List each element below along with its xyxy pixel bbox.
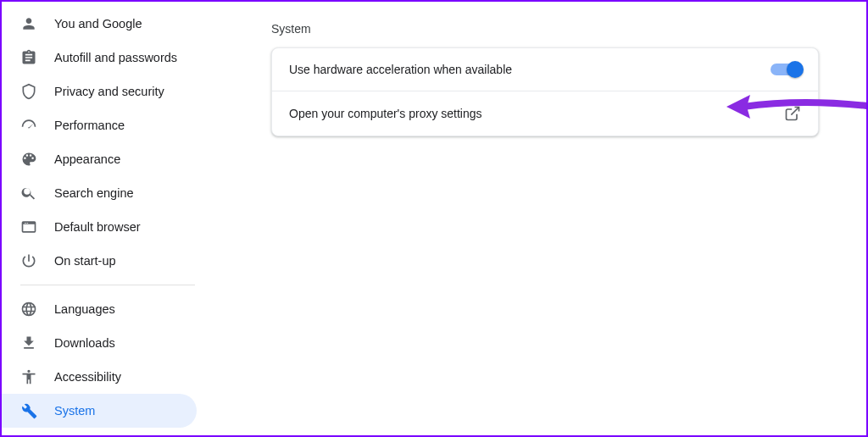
sidebar-item-search-engine[interactable]: Search engine <box>2 176 197 210</box>
sidebar-item-label: Default browser <box>54 220 141 234</box>
sidebar-item-label: You and Google <box>54 17 142 30</box>
sidebar-item-privacy[interactable]: Privacy and security <box>2 75 197 108</box>
browser-icon <box>20 218 37 235</box>
download-icon <box>20 335 37 351</box>
power-icon <box>20 252 37 269</box>
wrench-icon <box>20 402 37 419</box>
main-content: System Use hardware acceleration when av… <box>214 2 866 435</box>
row-label: Open your computer's proxy settings <box>289 107 482 120</box>
sidebar-item-languages[interactable]: Languages <box>2 292 197 326</box>
sidebar-item-on-startup[interactable]: On start-up <box>2 244 197 278</box>
proxy-settings-row[interactable]: Open your computer's proxy settings <box>272 91 818 136</box>
palette-icon <box>20 151 37 168</box>
sidebar-divider <box>20 285 195 285</box>
sidebar-item-label: System <box>54 404 95 418</box>
sidebar-item-accessibility[interactable]: Accessibility <box>2 360 197 394</box>
toggle-knob <box>787 61 804 78</box>
shield-icon <box>20 83 37 100</box>
clipboard-icon <box>20 49 37 66</box>
sidebar-item-label: On start-up <box>54 254 116 268</box>
sidebar-item-autofill[interactable]: Autofill and passwords <box>2 41 197 75</box>
sidebar-item-you-and-google[interactable]: You and Google <box>2 7 197 41</box>
search-icon <box>20 185 37 202</box>
settings-sidebar: You and Google Autofill and passwords Pr… <box>2 2 214 435</box>
sidebar-item-performance[interactable]: Performance <box>2 108 197 142</box>
sidebar-item-default-browser[interactable]: Default browser <box>2 210 197 244</box>
sidebar-item-label: Privacy and security <box>54 85 164 98</box>
sidebar-item-reset[interactable]: Reset settings <box>2 428 197 435</box>
system-settings-card: Use hardware acceleration when available… <box>271 47 819 136</box>
speed-icon <box>20 117 37 134</box>
row-label: Use hardware acceleration when available <box>289 63 512 76</box>
sidebar-item-appearance[interactable]: Appearance <box>2 142 197 176</box>
external-link-icon <box>784 105 801 122</box>
sidebar-item-downloads[interactable]: Downloads <box>2 326 197 360</box>
accessibility-icon <box>20 368 37 385</box>
sidebar-item-label: Performance <box>54 119 125 132</box>
sidebar-item-label: Accessibility <box>54 370 121 384</box>
person-icon <box>20 15 37 32</box>
globe-icon <box>20 301 37 318</box>
sidebar-item-label: Autofill and passwords <box>54 51 177 64</box>
sidebar-item-system[interactable]: System <box>2 394 197 428</box>
section-title: System <box>271 22 819 36</box>
sidebar-item-label: Search engine <box>54 186 134 200</box>
hardware-acceleration-toggle[interactable] <box>771 64 801 75</box>
sidebar-item-label: Appearance <box>54 152 120 166</box>
hardware-acceleration-row[interactable]: Use hardware acceleration when available <box>272 48 818 91</box>
sidebar-item-label: Languages <box>54 302 115 316</box>
sidebar-item-label: Downloads <box>54 336 115 350</box>
